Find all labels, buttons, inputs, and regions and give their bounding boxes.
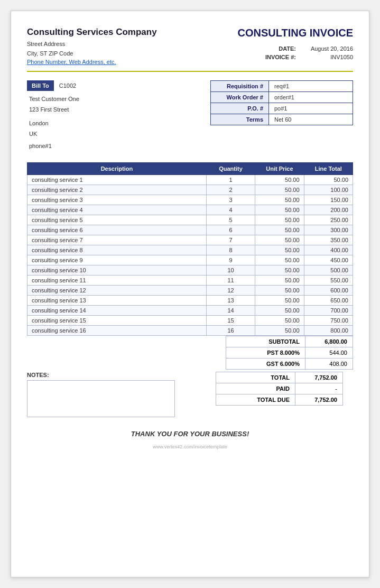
- total-cell: 150.00: [304, 195, 353, 205]
- bill-to-city: London: [29, 118, 210, 129]
- req-label: Requisition #: [211, 81, 269, 91]
- qty-cell: 7: [206, 235, 255, 245]
- summary-row: SUBTOTAL 6,800.00: [226, 336, 353, 347]
- price-cell: 50.00: [255, 286, 304, 296]
- qty-cell: 4: [206, 205, 255, 215]
- company-street: Street Address: [27, 40, 190, 49]
- summary-row: PST 8.000% 544.00: [226, 347, 353, 359]
- table-row: consulting service 14 14 50.00 700.00: [27, 306, 353, 316]
- invoice-title-section: CONSULTING INVOICE DATE: August 20, 2016…: [190, 27, 354, 60]
- total-label: TOTAL DUE: [216, 394, 295, 406]
- desc-cell: consulting service 14: [27, 306, 207, 316]
- table-row: consulting service 2 2 50.00 100.00: [27, 185, 353, 195]
- table-row: consulting service 13 13 50.00 650.00: [27, 296, 353, 306]
- date-row: DATE: August 20, 2016: [254, 45, 353, 52]
- invoice-page: Consulting Services Company Street Addre…: [11, 11, 369, 577]
- qty-cell: 1: [206, 175, 255, 185]
- total-cell: 650.00: [304, 296, 353, 306]
- notes-section: NOTES:: [27, 372, 205, 417]
- qty-cell: 11: [206, 275, 255, 286]
- req-value: order#1: [269, 92, 332, 103]
- col-quantity: Quantity: [206, 163, 255, 175]
- invoice-meta: DATE: August 20, 2016 INVOICE #: INV1050: [190, 45, 354, 60]
- qty-cell: 16: [206, 326, 255, 336]
- summary-table: SUBTOTAL 6,800.00 PST 8.000% 544.00 GST …: [226, 336, 353, 370]
- col-unit-price: Unit Price: [255, 163, 304, 175]
- summary-value: 6,800.00: [305, 336, 353, 347]
- qty-cell: 8: [206, 245, 255, 255]
- total-cell: 300.00: [304, 225, 353, 235]
- desc-cell: consulting service 16: [27, 326, 207, 336]
- total-row: TOTAL 7,752.00: [216, 372, 343, 383]
- desc-cell: consulting service 12: [27, 286, 207, 296]
- col-description: Description: [27, 163, 207, 175]
- price-cell: 50.00: [255, 326, 304, 336]
- desc-cell: consulting service 9: [27, 255, 207, 265]
- thank-you-message: THANK YOU FOR YOUR BUSINESS!: [27, 430, 353, 438]
- table-row: consulting service 9 9 50.00 450.00: [27, 255, 353, 265]
- qty-cell: 12: [206, 286, 255, 296]
- req-label: Work Order #: [211, 92, 269, 103]
- bill-to-street: 123 First Street: [29, 105, 210, 115]
- notes-box[interactable]: [27, 380, 175, 417]
- desc-cell: consulting service 6: [27, 225, 207, 235]
- total-cell: 600.00: [304, 286, 353, 296]
- desc-cell: consulting service 10: [27, 265, 207, 275]
- totals-section: TOTAL 7,752.00 PAID - TOTAL DUE 7,752.00: [216, 372, 353, 406]
- table-row: consulting service 7 7 50.00 350.00: [27, 235, 353, 245]
- total-cell: 750.00: [304, 316, 353, 326]
- qty-cell: 3: [206, 195, 255, 205]
- desc-cell: consulting service 7: [27, 235, 207, 245]
- invoice-title: CONSULTING INVOICE: [190, 27, 354, 39]
- watermark: www.vertex42.com/invoicetemplate: [27, 444, 353, 449]
- qty-cell: 13: [206, 296, 255, 306]
- total-cell: 450.00: [304, 255, 353, 265]
- invoice-num-row: INVOICE #: INV1050: [254, 54, 353, 60]
- date-value: August 20, 2016: [300, 45, 353, 52]
- company-info: Consulting Services Company Street Addre…: [27, 27, 190, 66]
- table-row: consulting service 6 6 50.00 300.00: [27, 225, 353, 235]
- invoice-num-label: INVOICE #:: [254, 54, 296, 60]
- total-cell: 200.00: [304, 205, 353, 215]
- total-value: 7,752.00: [295, 372, 343, 383]
- items-table: Description Quantity Unit Price Line Tot…: [27, 162, 353, 336]
- bill-to-label: Bill To: [27, 80, 54, 91]
- price-cell: 50.00: [255, 275, 304, 286]
- bill-section: Bill To C1002 Test Customer One 123 Firs…: [27, 80, 353, 152]
- summary-label: PST 8.000%: [226, 347, 305, 359]
- requisition-table: Requisition #req#1Work Order #order#1P.O…: [210, 80, 353, 125]
- qty-cell: 15: [206, 316, 255, 326]
- req-row: Requisition #req#1: [211, 81, 353, 92]
- desc-cell: consulting service 3: [27, 195, 207, 205]
- desc-cell: consulting service 15: [27, 316, 207, 326]
- table-row: consulting service 15 15 50.00 750.00: [27, 316, 353, 326]
- bill-to-id: C1002: [59, 82, 76, 89]
- total-cell: 50.00: [304, 175, 353, 185]
- desc-cell: consulting service 11: [27, 275, 207, 286]
- desc-cell: consulting service 4: [27, 205, 207, 215]
- qty-cell: 5: [206, 215, 255, 225]
- desc-cell: consulting service 1: [27, 175, 207, 185]
- price-cell: 50.00: [255, 265, 304, 275]
- notes-label: NOTES:: [27, 372, 205, 378]
- summary-value: 408.00: [305, 359, 353, 370]
- date-label: DATE:: [254, 45, 296, 52]
- price-cell: 50.00: [255, 205, 304, 215]
- price-cell: 50.00: [255, 296, 304, 306]
- req-value: po#1: [269, 103, 332, 114]
- table-row: consulting service 8 8 50.00 400.00: [27, 245, 353, 255]
- total-value: -: [295, 383, 343, 394]
- bill-to-name: Test Customer One: [29, 94, 210, 105]
- price-cell: 50.00: [255, 185, 304, 195]
- req-value: req#1: [269, 81, 332, 91]
- company-link[interactable]: Phone Number, Web Address, etc.: [27, 59, 116, 65]
- invoice-num-value: INV1050: [300, 54, 353, 60]
- bill-to-details: Test Customer One 123 First Street Londo…: [27, 94, 210, 152]
- price-cell: 50.00: [255, 195, 304, 205]
- bill-to-phone: phone#1: [29, 141, 210, 152]
- desc-cell: consulting service 5: [27, 215, 207, 225]
- req-row: TermsNet 60: [211, 114, 353, 125]
- total-cell: 550.00: [304, 275, 353, 286]
- total-cell: 350.00: [304, 235, 353, 245]
- total-row: TOTAL DUE 7,752.00: [216, 394, 343, 406]
